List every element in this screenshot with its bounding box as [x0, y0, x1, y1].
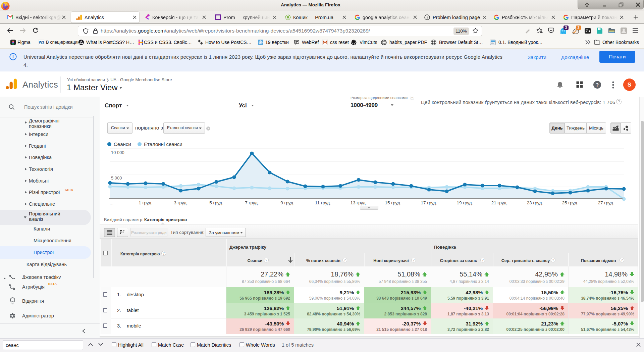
svg-text:19 груд.: 19 груд. [457, 200, 473, 205]
svg-text:1 груд.: 1 груд. [139, 200, 152, 205]
svg-text:...: ... [110, 200, 113, 205]
svg-text:21 груд.: 21 груд. [491, 200, 508, 205]
svg-text:11 груд.: 11 груд. [315, 200, 331, 205]
svg-text:25 груд.: 25 груд. [562, 200, 579, 205]
svg-text:23 груд.: 23 груд. [527, 200, 543, 205]
svg-text:5 000: 5 000 [111, 175, 122, 181]
svg-text:17 груд.: 17 груд. [421, 200, 437, 205]
svg-text:10 000: 10 000 [111, 150, 124, 155]
svg-text:7 груд.: 7 груд. [245, 200, 259, 205]
svg-text:9 груд.: 9 груд. [280, 200, 294, 205]
svg-text:13 груд.: 13 груд. [351, 200, 367, 205]
svg-text:5 груд.: 5 груд. [209, 200, 223, 205]
svg-text:3 груд.: 3 груд. [174, 200, 187, 205]
svg-text:W3: W3 [39, 40, 44, 44]
svg-text:27 груд.: 27 груд. [598, 200, 614, 205]
svg-text:15 груд.: 15 груд. [385, 200, 401, 205]
